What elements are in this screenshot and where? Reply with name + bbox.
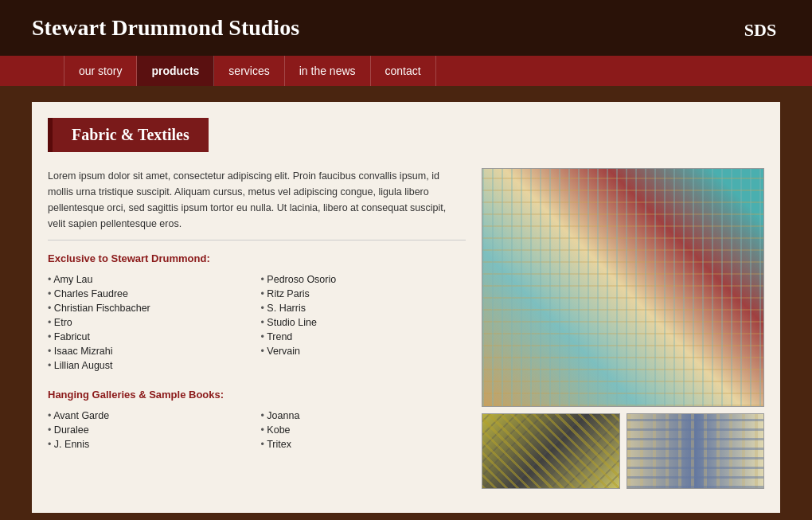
list-item: Isaac Mizrahi bbox=[48, 344, 253, 358]
list-item: Etro bbox=[48, 315, 253, 330]
thumbnail-1[interactable] bbox=[482, 413, 620, 489]
list-col4: JoannaKobeTritex bbox=[261, 409, 467, 452]
exclusive-section: Exclusive to Stewart Drummond: Amy LauCh… bbox=[48, 252, 466, 373]
main-wrapper: Fabric & Textiles Lorem ipsum dolor sit … bbox=[0, 86, 812, 520]
list-item: Lillian August bbox=[48, 358, 253, 373]
thumbnail-2[interactable] bbox=[627, 413, 765, 489]
left-column: Lorem ipsum dolor sit amet, consectetur … bbox=[48, 168, 466, 489]
section2-list: Avant GardeDuraleeJ. Ennis JoannaKobeTri… bbox=[48, 409, 466, 452]
list-item: Tritex bbox=[261, 437, 467, 452]
list-item: Trend bbox=[261, 330, 467, 344]
list-item: Christian Fischbacher bbox=[48, 301, 253, 315]
site-title: Stewart Drummond Studios bbox=[32, 15, 299, 41]
content-area: Fabric & Textiles Lorem ipsum dolor sit … bbox=[32, 102, 780, 513]
section1-list: Amy LauCharles FaudreeChristian Fischbac… bbox=[48, 272, 466, 373]
main-nav: our story products services in the news … bbox=[0, 56, 812, 86]
nav-products[interactable]: products bbox=[137, 56, 214, 86]
page-title-bar: Fabric & Textiles bbox=[48, 118, 209, 152]
list-item: Pedroso Osorio bbox=[261, 272, 467, 287]
nav-services[interactable]: services bbox=[214, 56, 284, 86]
section1-heading: Exclusive to Stewart Drummond: bbox=[48, 252, 466, 264]
nav-our-story[interactable]: our story bbox=[64, 56, 137, 86]
list-item: Studio Line bbox=[261, 315, 467, 330]
list-item: Charles Faudree bbox=[48, 287, 253, 301]
thumbnail-row bbox=[482, 413, 764, 489]
site-header: Stewart Drummond Studios SDS bbox=[0, 0, 812, 56]
list-item: Vervain bbox=[261, 344, 467, 358]
galleries-section: Hanging Galleries & Sample Books: Avant … bbox=[48, 389, 466, 452]
list-item: Joanna bbox=[261, 409, 467, 423]
nav-in-the-news[interactable]: in the news bbox=[285, 56, 371, 86]
list-item: Avant Garde bbox=[48, 409, 253, 423]
nav-contact[interactable]: contact bbox=[371, 56, 436, 86]
page-title: Fabric & Textiles bbox=[72, 126, 189, 144]
list-item: S. Harris bbox=[261, 301, 467, 315]
svg-text:SDS: SDS bbox=[744, 20, 776, 40]
list-item: Duralee bbox=[48, 423, 253, 437]
section2-col1: Avant GardeDuraleeJ. Ennis bbox=[48, 409, 253, 452]
list-item: Fabricut bbox=[48, 330, 253, 344]
right-column bbox=[482, 168, 764, 489]
main-fabric-image[interactable] bbox=[482, 168, 764, 407]
section1-col1: Amy LauCharles FaudreeChristian Fischbac… bbox=[48, 272, 253, 373]
two-col-layout: Lorem ipsum dolor sit amet, consectetur … bbox=[48, 168, 764, 489]
section1-col2: Pedroso OsorioRitz ParisS. HarrisStudio … bbox=[261, 272, 467, 373]
section2-col2: JoannaKobeTritex bbox=[261, 409, 467, 452]
logo: SDS bbox=[740, 8, 780, 48]
list-item: J. Ennis bbox=[48, 437, 253, 452]
list-item: Kobe bbox=[261, 423, 467, 437]
list-item: Ritz Paris bbox=[261, 287, 467, 301]
section2-heading: Hanging Galleries & Sample Books: bbox=[48, 389, 466, 401]
list-col2: Pedroso OsorioRitz ParisS. HarrisStudio … bbox=[261, 272, 467, 358]
list-item: Amy Lau bbox=[48, 272, 253, 287]
body-text: Lorem ipsum dolor sit amet, consectetur … bbox=[48, 168, 466, 240]
list-col3: Avant GardeDuraleeJ. Ennis bbox=[48, 409, 253, 452]
list-col1: Amy LauCharles FaudreeChristian Fischbac… bbox=[48, 272, 253, 373]
